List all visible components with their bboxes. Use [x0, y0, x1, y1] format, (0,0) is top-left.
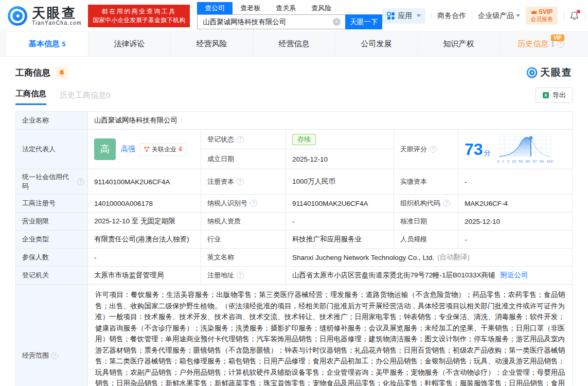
- reg-status-label: 登记状态: [201, 130, 286, 149]
- business-term-value: 2025-12-10 至 无固定期限: [88, 213, 201, 230]
- divider: [563, 12, 564, 20]
- insured-value: -: [88, 249, 201, 266]
- business-scope-value: 许可项目：餐饮服务；生活美容服务；出版物零售；第三类医疗器械经营；理发服务；道路…: [88, 285, 572, 386]
- search-button[interactable]: 天眼一下: [345, 14, 382, 29]
- company-type-label: 企业类型: [16, 231, 88, 248]
- address-label: 注册地址: [201, 267, 286, 284]
- export-button[interactable]: 导出: [536, 87, 573, 103]
- paid-capital-value: -: [458, 169, 572, 194]
- tianyancha-logo[interactable]: 天眼查 TianYanCha.com: [7, 6, 82, 26]
- watermark-brand-label: 天眼查: [540, 66, 573, 79]
- business-cooperation-link[interactable]: 商务合作: [437, 11, 466, 21]
- insured-label: 参保人数: [16, 249, 88, 266]
- search-area: 查公司 查老板 查关系 查风险 天眼一下: [197, 2, 382, 29]
- related-companies-badge[interactable]: 关联企业 4: [139, 143, 186, 156]
- apps-label: 应用: [398, 11, 412, 21]
- tab-intellectual-property[interactable]: 知识产权: [417, 32, 500, 56]
- legal-rep-label: 法定代表人: [16, 130, 88, 169]
- org-code-value: MAK2U6CF-4: [458, 195, 572, 212]
- tab-basic-info[interactable]: 基本信息 5: [6, 32, 88, 56]
- help-icon[interactable]: [51, 352, 58, 359]
- legal-rep-link[interactable]: 高强: [121, 145, 135, 154]
- company-nav-tabs: 基本信息 5 法律诉讼 经营风险 经营信息 公司发展 知识产权 VIP 历史信息…: [0, 32, 588, 57]
- company-name-value: 山西聚诚网络科技有限公司: [88, 112, 572, 129]
- top-header: 天眼查 TianYanCha.com 都在用的商业查询工具 国家中小企业发展子基…: [0, 0, 588, 32]
- business-term-label: 营业期限: [16, 213, 88, 230]
- tab-operating-risk[interactable]: 经营风险: [170, 32, 253, 56]
- tab-label: 基本信息: [29, 39, 60, 49]
- related-companies-label: 关联企业: [152, 145, 176, 154]
- search-tab-risk[interactable]: 查风险: [304, 2, 339, 14]
- help-icon[interactable]: [77, 178, 84, 185]
- tab-label: 公司发展: [361, 39, 392, 49]
- notifications-bell[interactable]: [569, 11, 579, 21]
- divider: [585, 12, 585, 20]
- tab-history-info[interactable]: VIP 历史信息 1: [500, 32, 582, 56]
- credit-code-label: 统一社会信用代码: [16, 169, 88, 194]
- apps-menu[interactable]: 应用: [382, 8, 425, 24]
- monitor-bell-button[interactable]: [56, 66, 68, 79]
- nearby-companies-link[interactable]: 附近公司: [501, 271, 528, 280]
- company-type-value: 有限责任公司(港澳台法人独资): [88, 231, 201, 248]
- svip-label: SVIP: [539, 8, 553, 15]
- promo-line2: 国家中小企业发展子基金旗下机构: [93, 16, 185, 25]
- header-right: 应用 商务合作 企业级产品 SVIP 会员服务 此处有...: [382, 7, 588, 25]
- score-label: 天眼评分: [394, 130, 458, 169]
- business-scope-label: 经营范围: [16, 285, 88, 386]
- address-value: 山西省太原市小店区营盘街道亲贤北街79号72幢-1层B01033X商铺 附近公司: [286, 267, 572, 284]
- search-tab-boss[interactable]: 查老板: [233, 2, 268, 14]
- help-icon[interactable]: [237, 178, 244, 185]
- promo-line1: 都在用的商业查询工具: [93, 7, 185, 16]
- tab-count: 5: [62, 41, 66, 48]
- export-label: 导出: [553, 91, 566, 100]
- notification-dot: [577, 10, 580, 13]
- legal-rep-avatar[interactable]: 高: [94, 138, 116, 160]
- vip-badge: VIP: [551, 34, 564, 41]
- industry-label: 行业: [201, 231, 286, 248]
- tab-company-development[interactable]: 公司发展: [335, 32, 417, 56]
- search-input[interactable]: [197, 14, 345, 29]
- search-tabs: 查公司 查老板 查关系 查风险: [197, 2, 382, 14]
- status-badge: 存续: [292, 134, 316, 145]
- help-icon[interactable]: [430, 146, 437, 153]
- excel-icon: [542, 92, 549, 99]
- tab-label: 法律诉讼: [114, 39, 145, 49]
- related-graph-icon: [144, 146, 150, 152]
- help-icon[interactable]: [237, 272, 244, 279]
- search-tab-company[interactable]: 查公司: [197, 2, 233, 14]
- enterprise-products-menu[interactable]: 企业级产品: [478, 11, 520, 21]
- divider: [431, 12, 432, 20]
- reg-capital-value: 1000万人民币: [286, 169, 394, 194]
- tab-count: 1: [551, 41, 555, 48]
- english-name-label: 英文名称: [201, 249, 286, 266]
- company-name-label: 企业名称: [16, 112, 88, 129]
- help-icon[interactable]: [443, 200, 450, 207]
- promo-banner: 都在用的商业查询工具 国家中小企业发展子基金旗下机构: [88, 5, 190, 27]
- score-distribution-chart: 0131550859799100: [497, 135, 554, 164]
- help-icon[interactable]: [557, 41, 564, 48]
- search-tab-relations[interactable]: 查关系: [268, 2, 304, 14]
- tab-label: 经营风险: [197, 39, 227, 49]
- tab-label: 历史信息: [518, 39, 548, 49]
- org-code-label: 组织机构代码: [394, 195, 458, 212]
- reg-number-value: 14010000A006178: [88, 195, 201, 212]
- help-icon[interactable]: [237, 136, 244, 143]
- watermark-brand: 天眼查: [526, 66, 573, 79]
- score-cell[interactable]: 73分 0131550859799100: [458, 130, 572, 169]
- paid-capital-label: 实缴资本: [394, 169, 458, 194]
- tab-legal-litigation[interactable]: 法律诉讼: [88, 32, 170, 56]
- svip-membership-button[interactable]: SVIP 会员服务: [526, 7, 558, 25]
- establish-date-value: 2025-12-10: [286, 149, 394, 169]
- reg-number-label: 工商注册号: [16, 195, 88, 212]
- help-icon[interactable]: [250, 200, 257, 207]
- legal-rep-cell: 高 高强 关联企业 4: [88, 130, 201, 169]
- staff-size-label: 人员规模: [394, 231, 458, 248]
- enterprise-products-label: 企业级产品: [478, 11, 514, 21]
- establish-date-label: 成立日期: [201, 149, 286, 169]
- subtab-business-info[interactable]: 工商信息: [15, 89, 46, 105]
- bell-icon: [58, 69, 65, 76]
- score-axis: 0131550859799100: [497, 160, 554, 164]
- chevron-down-icon: [417, 14, 421, 17]
- subtab-history-business-info[interactable]: 历史工商信息0: [60, 91, 110, 105]
- tab-operating-info[interactable]: 经营信息: [253, 32, 335, 56]
